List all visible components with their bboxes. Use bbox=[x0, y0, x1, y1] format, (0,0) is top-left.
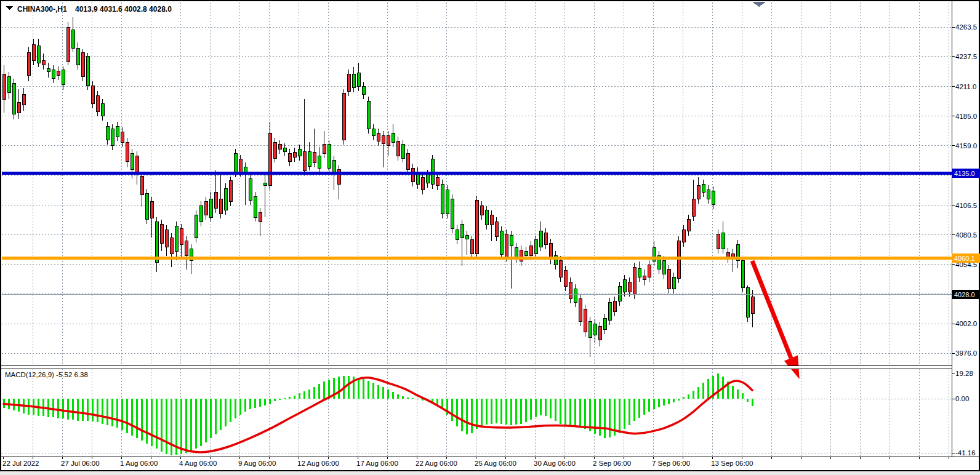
support-price-tag: 4060.1 bbox=[952, 253, 980, 263]
macd-histogram-bar bbox=[461, 399, 463, 431]
macd-histogram-bar bbox=[82, 399, 84, 421]
macd-histogram-bar bbox=[742, 393, 744, 399]
time-axis-label: 7 Sep 06:00 bbox=[652, 460, 690, 467]
macd-histogram-bar bbox=[294, 396, 295, 399]
macd-histogram-bar bbox=[560, 399, 561, 424]
macd-histogram-bar bbox=[747, 399, 749, 402]
macd-histogram-bar bbox=[604, 399, 606, 438]
bear-candle bbox=[66, 22, 70, 65]
macd-histogram-bar bbox=[491, 399, 492, 424]
macd-histogram-bar bbox=[372, 383, 374, 399]
macd-histogram-bar bbox=[87, 399, 89, 421]
macd-histogram-bar bbox=[313, 387, 315, 399]
macd-histogram-bar bbox=[402, 396, 404, 399]
macd-histogram-bar bbox=[67, 399, 69, 420]
macd-histogram-bar bbox=[481, 399, 483, 426]
macd-histogram-bar bbox=[619, 399, 621, 433]
macd-histogram-bar bbox=[111, 399, 113, 426]
macd-axis-label: 0.00 bbox=[955, 395, 969, 402]
time-axis-label: 1 Aug 06:00 bbox=[120, 460, 158, 467]
bull-candle bbox=[500, 226, 503, 260]
macd-histogram-bar bbox=[624, 399, 625, 429]
macd-histogram-bar bbox=[190, 399, 192, 452]
macd-histogram-bar bbox=[200, 399, 202, 446]
macd-histogram-bar bbox=[303, 391, 305, 399]
macd-histogram-bar bbox=[220, 399, 222, 430]
macd-histogram-bar bbox=[471, 399, 473, 433]
macd-histogram-bar bbox=[185, 399, 187, 453]
time-axis-label: 4 Aug 06:00 bbox=[179, 460, 217, 467]
bull-candle bbox=[86, 53, 89, 90]
macd-histogram-bar bbox=[732, 386, 734, 399]
macd-histogram-bar bbox=[584, 399, 586, 429]
macd-histogram-bar bbox=[52, 399, 54, 417]
macd-histogram-bar bbox=[205, 399, 207, 442]
macd-histogram-bar bbox=[97, 399, 98, 422]
macd-histogram-bar bbox=[535, 399, 537, 417]
macd-histogram-bar bbox=[752, 399, 753, 406]
macd-histogram-bar bbox=[363, 379, 364, 399]
macd-histogram-bar bbox=[520, 399, 522, 424]
macd-histogram-bar bbox=[707, 379, 709, 399]
macd-histogram-bar bbox=[62, 399, 64, 418]
macd-histogram-bar bbox=[702, 383, 704, 399]
macd-histogram-bar bbox=[412, 398, 414, 399]
macd-histogram-bar bbox=[525, 399, 527, 422]
macd-histogram-bar bbox=[693, 391, 694, 399]
macd-histogram-bar bbox=[737, 389, 739, 399]
macd-histogram-bar bbox=[210, 399, 212, 438]
bear-candle bbox=[633, 263, 636, 299]
macd-histogram-bar bbox=[279, 399, 281, 400]
macd-histogram-bar bbox=[254, 399, 256, 408]
time-axis-label: 17 Aug 06:00 bbox=[356, 460, 398, 467]
macd-histogram-bar bbox=[57, 399, 59, 418]
macd-histogram-bar bbox=[663, 399, 665, 405]
bull-candle bbox=[746, 285, 749, 322]
macd-histogram-bar bbox=[274, 399, 276, 401]
macd-histogram-bar bbox=[456, 399, 458, 426]
macd-histogram-bar bbox=[239, 399, 241, 415]
macd-histogram-bar bbox=[244, 399, 246, 412]
macd-histogram-bar bbox=[141, 399, 143, 441]
bear-candle bbox=[579, 294, 582, 326]
macd-histogram-bar bbox=[633, 399, 635, 421]
macd-histogram-bar bbox=[486, 399, 488, 425]
macd-pane[interactable] bbox=[2, 370, 952, 456]
macd-histogram-bar bbox=[564, 399, 566, 426]
resistance-price-tag: 4135.0 bbox=[952, 169, 980, 178]
price-chart-area[interactable] bbox=[2, 2, 952, 365]
macd-axis-label: -41.16 bbox=[955, 449, 976, 457]
macd-histogram-bar bbox=[249, 399, 251, 409]
macd-histogram-bar bbox=[230, 399, 231, 422]
main-chart-pane[interactable] bbox=[2, 2, 952, 379]
price-axis-label: 4263.5 bbox=[955, 23, 977, 31]
macd-histogram-bar bbox=[358, 378, 359, 399]
bull-candle bbox=[367, 97, 370, 133]
macd-histogram-bar bbox=[382, 387, 384, 399]
macd-histogram-bar bbox=[648, 399, 650, 412]
macd-histogram-bar bbox=[131, 399, 133, 436]
macd-histogram-bar bbox=[269, 399, 271, 404]
resistance-price-tag-label: 4135.0 bbox=[954, 170, 975, 177]
macd-histogram-bar bbox=[136, 399, 138, 438]
bull-candle bbox=[249, 174, 252, 205]
current-price-tag: 4028.0 bbox=[952, 290, 980, 299]
macd-histogram-bar bbox=[500, 399, 502, 424]
time-axis-label: 22 Aug 06:00 bbox=[416, 460, 457, 467]
macd-histogram-bar bbox=[166, 399, 167, 454]
macd-histogram-bar bbox=[496, 399, 497, 423]
macd-histogram-bar bbox=[515, 399, 517, 425]
macd-histogram-bar bbox=[235, 399, 236, 418]
macd-histogram-bar bbox=[643, 399, 645, 415]
macd-histogram-bar bbox=[92, 399, 94, 421]
macd-histogram-bar bbox=[180, 399, 182, 454]
macd-histogram-bar bbox=[151, 399, 153, 446]
macd-histogram-bar bbox=[161, 399, 163, 452]
mt4-chart-window: 4263.54237.54211.04185.04159.04106.54080… bbox=[0, 0, 980, 475]
macd-histogram-bar bbox=[688, 394, 689, 399]
macd-histogram-bar bbox=[171, 399, 172, 455]
price-axis-label: 4002.0 bbox=[955, 320, 977, 327]
macd-histogram-bar bbox=[367, 381, 369, 399]
macd-histogram-bar bbox=[510, 399, 512, 425]
bull-candle bbox=[12, 79, 15, 119]
